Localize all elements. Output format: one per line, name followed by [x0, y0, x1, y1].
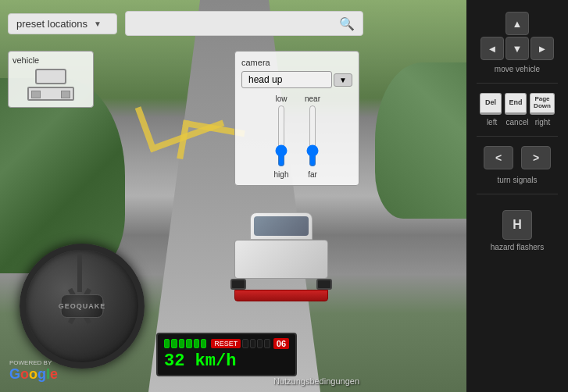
preset-locations-dropdown[interactable]: preset locations ▼ [8, 13, 117, 34]
left-key-label: left [481, 118, 503, 127]
move-up-button[interactable]: ▲ [505, 12, 529, 35]
slider-near-label: near [305, 94, 320, 103]
page-down-key-button[interactable]: PageDown [530, 93, 555, 115]
speed-seg-2 [171, 339, 177, 348]
gear-seg-2 [250, 339, 255, 348]
turn-signals-group: < > turn signals [484, 146, 551, 184]
right-panel: ▲ ◄ ▼ ► move vehicle Del End PageDown le… [466, 0, 568, 392]
reset-button[interactable]: RESET [211, 339, 241, 348]
move-top-row: ▲ [505, 12, 529, 35]
car-hood [234, 240, 328, 279]
vehicle-front-view [13, 87, 89, 101]
car-model [227, 212, 336, 314]
divider-1 [477, 83, 558, 84]
camera-mode-select[interactable]: head up [241, 71, 332, 88]
preset-locations-label: preset locations [16, 18, 88, 30]
keyboard-group: Del End PageDown left cancel right [480, 93, 555, 127]
vehicle-panel: vehicle [8, 51, 94, 108]
end-key-button[interactable]: End [505, 93, 527, 115]
divider-3 [477, 194, 558, 194]
move-vehicle-label: move vehicle [495, 65, 540, 73]
speed-segments-row: RESET 06 [164, 338, 289, 349]
g-letter-blue: G [9, 366, 20, 382]
search-bar: 🔍 [125, 11, 363, 36]
search-icon: 🔍 [339, 16, 355, 31]
hazard-button[interactable]: H [502, 210, 532, 240]
powered-by-text: POWERED BY [9, 359, 52, 366]
slider-far-label: far [308, 170, 317, 179]
g-letter-red2: e [50, 366, 58, 382]
car-roof [250, 212, 313, 240]
search-input[interactable] [134, 17, 339, 30]
vehicle-label: vehicle [13, 55, 89, 65]
car-bumper [234, 290, 328, 301]
vehicle-top-view [13, 69, 89, 84]
g-letter-blue2: g [38, 366, 46, 382]
slider-low-label: low [275, 94, 287, 103]
vertical-slider-tilt: low high [273, 94, 289, 179]
speed-seg-6 [201, 339, 206, 348]
camera-label: camera [241, 58, 352, 67]
divider-2 [477, 136, 558, 137]
camera-sliders: low high near far [241, 94, 352, 179]
hazard-flashers-label: hazard flashers [491, 243, 544, 251]
gear-seg-3 [257, 339, 263, 348]
google-logo: Google [9, 366, 58, 383]
car-wheel-left [230, 279, 246, 290]
gear-number: 06 [273, 338, 289, 349]
hazard-group: H hazard flashers [491, 210, 544, 251]
speed-readout: 32 km/h [164, 351, 289, 371]
vehicle-top-icon [35, 69, 66, 84]
google-brand: POWERED BY Google [9, 359, 58, 383]
car-windshield [254, 216, 309, 236]
street-view: preset locations ▼ 🔍 vehicle camera head… [0, 0, 469, 392]
gear-seg-4 [264, 339, 270, 348]
car-wheel-row [230, 279, 332, 290]
move-down-button[interactable]: ▼ [505, 37, 529, 60]
camera-panel: camera head up ▼ low high near far [234, 51, 359, 186]
key-labels-row: left cancel right [480, 118, 555, 127]
g-letter-red: o [20, 366, 29, 382]
dropdown-arrow-icon: ▼ [94, 20, 102, 28]
terms-text: Nutzungsbedingungen [273, 376, 359, 386]
speed-seg-3 [179, 339, 184, 348]
signals-row: < > [484, 146, 551, 169]
move-vehicle-group: ▲ ◄ ▼ ► move vehicle [480, 12, 554, 73]
speed-seg-5 [194, 339, 199, 348]
camera-select: head up ▼ [241, 71, 352, 88]
slider-high-label: high [274, 170, 289, 179]
turn-left-button[interactable]: < [484, 146, 513, 169]
zoom-slider[interactable] [305, 105, 320, 167]
speedometer: RESET 06 32 km/h [156, 333, 297, 376]
vehicle-front-icon [27, 87, 74, 101]
vegetation-right [375, 62, 469, 219]
car-body [227, 212, 336, 301]
wheel-spoke-top [77, 253, 82, 292]
turn-right-button[interactable]: > [521, 146, 551, 169]
cancel-key-label: cancel [506, 118, 529, 127]
camera-dropdown-button[interactable]: ▼ [334, 73, 352, 87]
move-right-button[interactable]: ► [530, 37, 554, 60]
move-middle-row: ◄ ▼ ► [480, 37, 554, 60]
g-letter-yellow: o [29, 366, 38, 382]
speed-seg-4 [186, 339, 191, 348]
turn-signals-label: turn signals [497, 176, 537, 184]
car-wheel-right [316, 279, 332, 290]
move-left-button[interactable]: ◄ [480, 37, 504, 60]
right-key-label: right [531, 118, 553, 127]
wheel-brand: GEOQUAKE [61, 294, 104, 318]
tilt-slider[interactable] [273, 105, 289, 167]
wheel-outer: GEOQUAKE [20, 244, 145, 369]
top-bar: preset locations ▼ 🔍 [8, 8, 363, 39]
key-row-top: Del End PageDown [480, 93, 555, 115]
gear-seg-1 [242, 339, 248, 348]
speed-seg-1 [164, 339, 170, 348]
vertical-slider-zoom: near far [305, 94, 320, 179]
steering-wheel: GEOQUAKE [12, 236, 152, 376]
del-key-button[interactable]: Del [480, 93, 502, 115]
